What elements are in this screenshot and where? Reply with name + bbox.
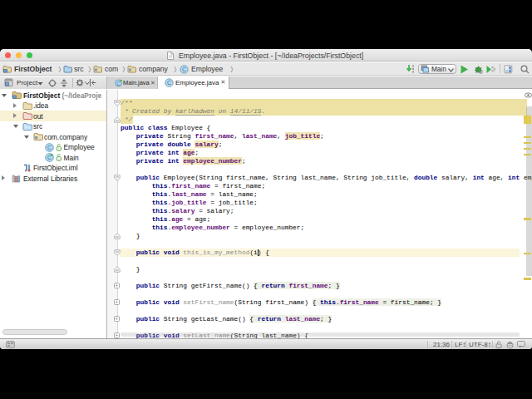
- svg-text:C: C: [47, 145, 52, 150]
- svg-text:C: C: [116, 80, 121, 86]
- svg-text:C: C: [182, 66, 186, 72]
- svg-text:C: C: [167, 80, 171, 86]
